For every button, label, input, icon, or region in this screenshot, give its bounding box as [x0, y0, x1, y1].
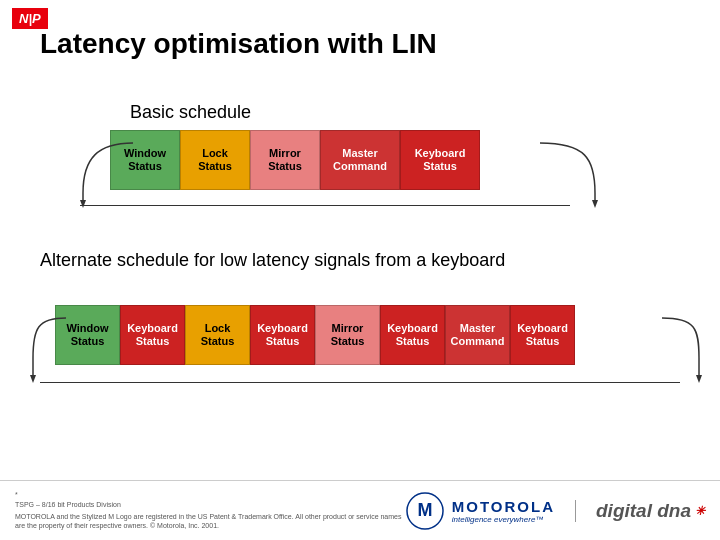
- svg-text:M: M: [417, 500, 432, 520]
- alt-cell-5: Keyboard Status: [380, 305, 445, 365]
- alt-cell-7: Keyboard Status: [510, 305, 575, 365]
- basic-schedule-bar: Window StatusLock StatusMirror StatusMas…: [110, 130, 540, 190]
- digital-dna-asterisk: ✳: [695, 504, 705, 518]
- alt-cell-4: Mirror Status: [315, 305, 380, 365]
- alt-underline: [40, 382, 680, 383]
- basic-cell-2: Mirror Status: [250, 130, 320, 190]
- digital-dna-branding: digital dna ✳: [575, 500, 705, 522]
- motorola-branding: M MOTOROLA intelligence everywhere™: [406, 492, 555, 530]
- alt-arrow-left: [28, 313, 78, 383]
- basic-schedule-label: Basic schedule: [130, 102, 251, 123]
- footer: * TSPG – 8/16 bit Products Division MOTO…: [0, 480, 720, 540]
- basic-cell-3: Master Command: [320, 130, 400, 190]
- footer-asterisk: *: [15, 490, 406, 500]
- alt-cell-6: Master Command: [445, 305, 510, 365]
- basic-underline: [80, 205, 570, 206]
- svg-marker-3: [696, 375, 702, 383]
- alt-cell-1: Keyboard Status: [120, 305, 185, 365]
- alternate-schedule-bar: Window StatusKeyboard StatusLock StatusK…: [55, 305, 665, 365]
- basic-cell-1: Lock Status: [180, 130, 250, 190]
- basic-cell-4: Keyboard Status: [400, 130, 480, 190]
- basic-arrow: [78, 138, 148, 208]
- motorola-name: MOTOROLA intelligence everywhere™: [452, 498, 555, 524]
- alt-arrow-right: [657, 313, 707, 383]
- footer-line1: TSPG – 8/16 bit Products Division: [15, 500, 406, 510]
- page-title: Latency optimisation with LIN: [40, 28, 437, 60]
- footer-line2: MOTOROLA and the Stylized M Logo are reg…: [15, 512, 406, 532]
- svg-marker-1: [592, 200, 598, 208]
- footer-text: * TSPG – 8/16 bit Products Division MOTO…: [15, 490, 406, 531]
- svg-marker-0: [80, 200, 86, 208]
- basic-arrow-right: [535, 138, 605, 208]
- svg-marker-2: [30, 375, 36, 383]
- np-logo: N|P: [12, 8, 48, 29]
- digital-dna-text: digital dna: [596, 500, 691, 522]
- alternate-schedule-label: Alternate schedule for low latency signa…: [40, 250, 505, 271]
- alt-cell-2: Lock Status: [185, 305, 250, 365]
- alt-cell-3: Keyboard Status: [250, 305, 315, 365]
- motorola-logo-icon: M: [406, 492, 444, 530]
